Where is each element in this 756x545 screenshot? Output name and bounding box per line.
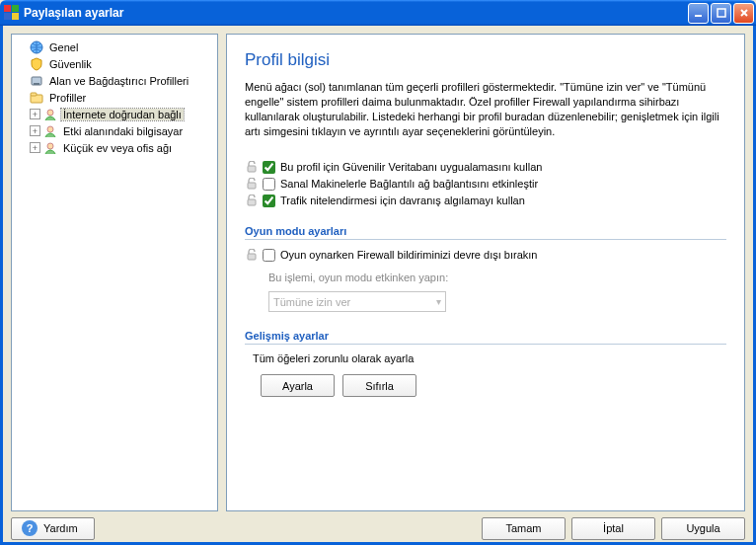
game-mode-check-row: Oyun oynarken Firewall bildiriminizi dev… — [245, 248, 726, 262]
shield-icon — [29, 56, 44, 72]
svg-rect-12 — [31, 93, 37, 96]
tree-item[interactable]: +Küçük ev veya ofis ağı — [14, 139, 215, 156]
profile-option-label[interactable]: Sanal Makinelerle Bağlantılı ağ bağlantı… — [280, 178, 538, 190]
user-icon — [42, 107, 58, 122]
lock-open-icon — [245, 194, 259, 207]
window-title: Paylaşılan ayarlar — [24, 6, 688, 20]
chevron-down-icon: ▾ — [436, 296, 441, 307]
profile-option-checkbox[interactable] — [263, 178, 275, 191]
content-panel: Profil bilgisi Menü ağacı (sol) tanımlan… — [226, 34, 745, 511]
expand-icon[interactable]: + — [30, 109, 40, 119]
help-button[interactable]: ? Yardım — [11, 517, 95, 540]
svg-point-14 — [47, 126, 53, 132]
profile-option-row: Sanal Makinelerle Bağlantılı ağ bağlantı… — [245, 177, 726, 191]
folder-icon — [29, 90, 44, 106]
tree-item-label: Güvenlik — [47, 58, 94, 70]
maximize-button[interactable] — [711, 3, 731, 24]
svg-rect-2 — [4, 13, 11, 20]
reset-button[interactable]: Sıfırla — [342, 374, 416, 397]
svg-rect-17 — [248, 183, 256, 189]
tree-item[interactable]: Alan ve Bağdaştırıcı Profilleri — [14, 72, 215, 89]
tree-item[interactable]: Genel — [14, 39, 215, 55]
svg-point-13 — [47, 110, 53, 116]
svg-rect-16 — [248, 166, 256, 172]
tree-item[interactable]: Profiller — [14, 89, 215, 106]
tree-item[interactable]: Güvenlik — [14, 55, 215, 72]
profile-option-checkbox[interactable] — [263, 195, 275, 207]
profile-option-checkbox[interactable] — [263, 161, 275, 174]
page-title: Profil bilgisi — [245, 50, 726, 70]
expand-icon — [16, 75, 27, 86]
expand-icon — [16, 41, 27, 52]
titlebar: Paylaşılan ayarlar — [0, 0, 756, 26]
lock-open-icon — [245, 160, 259, 174]
svg-rect-4 — [695, 15, 702, 17]
profile-option-row: Bu profil için Güvenilir Veritabanı uygu… — [245, 160, 726, 174]
tree-item-label: Profiller — [47, 92, 88, 104]
advanced-description: Tüm öğeleri zorunlu olarak ayarla — [253, 352, 726, 364]
nav-tree: GenelGüvenlikAlan ve Bağdaştırıcı Profil… — [11, 34, 218, 511]
svg-rect-3 — [12, 13, 19, 20]
user-icon — [42, 123, 58, 139]
svg-rect-1 — [12, 5, 19, 12]
game-mode-heading: Oyun modu ayarları — [245, 225, 726, 240]
tree-item-label: Alan ve Bağdaştırıcı Profilleri — [47, 75, 190, 87]
tree-item-label: Küçük ev veya ofis ağı — [61, 142, 174, 154]
expand-icon[interactable]: + — [30, 142, 40, 153]
svg-rect-18 — [248, 199, 256, 205]
profile-option-label[interactable]: Trafik nitelendirmesi için davranış algı… — [280, 195, 525, 206]
minimize-button[interactable] — [688, 3, 709, 24]
user-icon — [42, 140, 58, 156]
svg-rect-5 — [718, 9, 725, 17]
close-button[interactable] — [733, 3, 754, 24]
help-icon: ? — [22, 520, 38, 536]
tree-item-label: Genel — [47, 41, 80, 53]
game-mode-select-value: Tümüne izin ver — [273, 296, 350, 308]
expand-icon[interactable]: + — [30, 125, 40, 136]
globe-icon — [29, 39, 44, 55]
lock-open-icon — [245, 248, 259, 262]
tree-item[interactable]: +İnternete doğrudan bağlı — [14, 106, 215, 122]
page-description: Menü ağacı (sol) tanımlanan tüm geçerli … — [245, 80, 726, 138]
apply-button[interactable]: Uygula — [661, 517, 745, 540]
dialog-footer: ? Yardım Tamam İptal Uygula — [0, 519, 756, 545]
expand-icon — [16, 92, 27, 103]
app-icon — [4, 5, 20, 21]
nic-icon — [29, 73, 44, 89]
profile-option-label[interactable]: Bu profil için Güvenilir Veritabanı uygu… — [280, 161, 542, 173]
help-label: Yardım — [43, 522, 78, 534]
svg-rect-10 — [34, 83, 39, 85]
tree-item[interactable]: +Etki alanındaki bilgisayar — [14, 122, 215, 139]
game-mode-subtext: Bu işlemi, oyun modu etkinken yapın: — [268, 272, 726, 283]
advanced-heading: Gelişmiş ayarlar — [245, 330, 726, 345]
game-mode-check-label[interactable]: Oyun oynarken Firewall bildiriminizi dev… — [280, 249, 537, 261]
svg-rect-0 — [4, 5, 11, 12]
profile-option-row: Trafik nitelendirmesi için davranış algı… — [245, 194, 726, 207]
cancel-button[interactable]: İptal — [571, 517, 655, 540]
tree-item-label: İnternete doğrudan bağlı — [61, 109, 184, 120]
svg-point-15 — [47, 143, 53, 149]
game-mode-checkbox[interactable] — [263, 249, 275, 262]
tree-item-label: Etki alanındaki bilgisayar — [61, 125, 185, 137]
svg-rect-19 — [248, 254, 256, 260]
expand-icon — [16, 58, 27, 69]
lock-open-icon — [245, 177, 259, 191]
ok-button[interactable]: Tamam — [482, 517, 566, 540]
game-mode-select: Tümüne izin ver ▾ — [268, 291, 446, 312]
set-button[interactable]: Ayarla — [261, 374, 335, 397]
